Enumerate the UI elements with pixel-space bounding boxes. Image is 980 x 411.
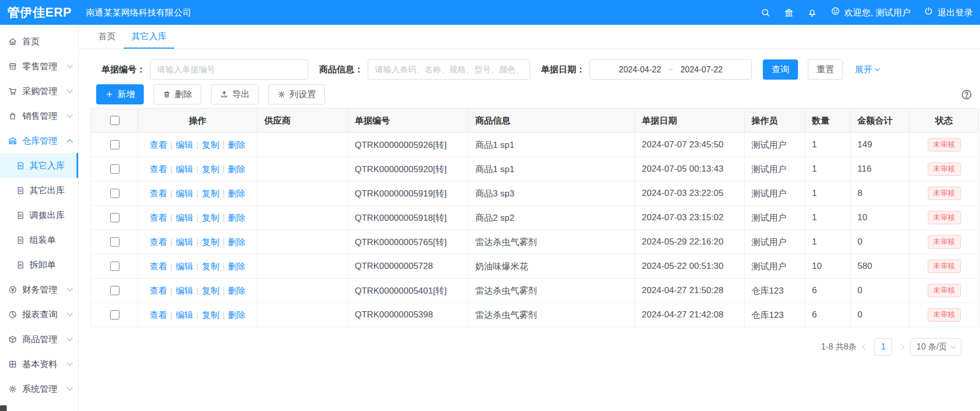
- tab-home[interactable]: 首页: [91, 25, 124, 49]
- logout-button[interactable]: 退出登录: [923, 6, 973, 19]
- sidebar-collapse-handle[interactable]: [0, 405, 7, 411]
- copy-link[interactable]: 复制: [202, 237, 219, 247]
- row-checkbox[interactable]: [110, 286, 119, 295]
- view-link[interactable]: 查看: [149, 213, 167, 223]
- column-settings-button[interactable]: 列设置: [268, 84, 325, 104]
- copy-link[interactable]: 复制: [202, 310, 219, 320]
- view-link[interactable]: 查看: [149, 189, 167, 199]
- reset-button[interactable]: 重置: [808, 59, 843, 80]
- cell-doc-date: 2024-04-27 21:50:28: [635, 279, 745, 303]
- doc-date-label: 单据日期：: [541, 64, 585, 75]
- pagination: 1-8 共8条 1 10 条/页: [79, 338, 980, 356]
- sidebar-item-disassembly[interactable]: 拆卸单: [0, 252, 78, 277]
- view-link[interactable]: 查看: [149, 140, 167, 150]
- search-button[interactable]: 查询: [763, 59, 798, 80]
- copy-link[interactable]: 复制: [202, 213, 219, 223]
- sidebar-label: 首页: [22, 36, 40, 48]
- date-separator: ~: [668, 65, 673, 74]
- date-range-picker[interactable]: 2024-04-22 ~ 2024-07-22: [590, 59, 752, 80]
- edit-link[interactable]: 编辑: [176, 262, 193, 271]
- delete-link[interactable]: 删除: [228, 213, 246, 223]
- document-icon: [16, 210, 25, 220]
- delete-link[interactable]: 删除: [228, 286, 246, 296]
- cell-operator: 测试用户: [745, 206, 805, 230]
- copy-link[interactable]: 复制: [202, 189, 219, 199]
- export-button[interactable]: 导出: [211, 84, 259, 104]
- edit-link[interactable]: 编辑: [176, 189, 193, 199]
- sidebar-item-other-inbound[interactable]: 其它入库: [0, 153, 78, 178]
- edit-link[interactable]: 编辑: [176, 164, 193, 174]
- cell-doc-no: QTRK00000005398: [348, 303, 469, 327]
- doc-no-input[interactable]: [150, 59, 308, 80]
- copy-link[interactable]: 复制: [202, 262, 219, 271]
- expand-link[interactable]: 展开: [855, 64, 879, 75]
- bank-icon[interactable]: [783, 7, 794, 18]
- sidebar-item-finance[interactable]: 财务管理: [0, 277, 78, 302]
- bell-icon[interactable]: [807, 7, 818, 18]
- product-info-input[interactable]: [368, 59, 530, 80]
- sidebar-item-transfer-outbound[interactable]: 调拨出库: [0, 203, 78, 227]
- add-button[interactable]: 新增: [96, 84, 144, 104]
- row-checkbox[interactable]: [110, 213, 119, 222]
- edit-link[interactable]: 编辑: [176, 140, 193, 150]
- sidebar-item-purchase[interactable]: 采购管理: [0, 79, 78, 103]
- select-all-checkbox[interactable]: [110, 116, 119, 125]
- sidebar-item-retail[interactable]: 零售管理: [0, 54, 78, 79]
- sidebar-item-system[interactable]: 系统管理: [0, 376, 78, 401]
- prev-page-button[interactable]: [862, 344, 869, 351]
- edit-link[interactable]: 编辑: [176, 310, 193, 320]
- next-page-button[interactable]: [898, 344, 904, 351]
- cell-supplier: [258, 254, 348, 279]
- delete-link[interactable]: 删除: [228, 140, 246, 150]
- view-link[interactable]: 查看: [149, 164, 167, 174]
- delete-link[interactable]: 删除: [228, 164, 246, 174]
- help-button[interactable]: [960, 88, 973, 101]
- row-checkbox[interactable]: [110, 237, 119, 247]
- view-link[interactable]: 查看: [149, 262, 167, 271]
- sidebar-item-reports[interactable]: 报表查询: [0, 302, 78, 327]
- sidebar-item-home[interactable]: 首页: [0, 29, 78, 54]
- row-checkbox[interactable]: [110, 262, 119, 271]
- sidebar-item-warehouse[interactable]: 仓库管理: [0, 128, 78, 153]
- copy-link[interactable]: 复制: [202, 140, 219, 150]
- row-checkbox[interactable]: [110, 310, 119, 319]
- delete-link[interactable]: 删除: [228, 189, 246, 199]
- delete-link[interactable]: 删除: [228, 237, 246, 247]
- row-checkbox[interactable]: [110, 189, 119, 198]
- sidebar-item-assembly[interactable]: 组装单: [0, 227, 78, 252]
- date-from-value[interactable]: 2024-04-22: [619, 65, 661, 74]
- delete-link[interactable]: 删除: [228, 310, 246, 320]
- product-icon: [8, 334, 18, 344]
- col-product-info: 商品信息: [469, 109, 635, 133]
- cell-product-info: 商品3 sp3: [469, 181, 635, 206]
- col-status: 状态: [910, 109, 979, 133]
- row-checkbox[interactable]: [110, 164, 119, 174]
- delete-button[interactable]: 删除: [154, 84, 201, 104]
- view-link[interactable]: 查看: [149, 310, 167, 320]
- copy-link[interactable]: 复制: [202, 164, 219, 174]
- copy-link[interactable]: 复制: [202, 286, 219, 296]
- cell-doc-no: QTRK00000005926[转]: [348, 133, 469, 157]
- sidebar-item-basic-data[interactable]: 基本资料: [0, 352, 78, 376]
- welcome-user[interactable]: 欢迎您, 测试用户: [830, 6, 911, 19]
- date-to-value[interactable]: 2024-07-22: [681, 65, 723, 74]
- page-number-button[interactable]: 1: [875, 338, 892, 356]
- page-size-select[interactable]: 10 条/页: [910, 338, 961, 356]
- view-link[interactable]: 查看: [149, 237, 167, 247]
- edit-link[interactable]: 编辑: [176, 286, 193, 296]
- tab-other-inbound[interactable]: 其它入库: [124, 25, 174, 49]
- sidebar-item-products[interactable]: 商品管理: [0, 327, 78, 352]
- status-badge: 未审核: [928, 260, 961, 273]
- view-link[interactable]: 查看: [149, 286, 167, 296]
- cell-supplier: [258, 181, 348, 206]
- row-checkbox[interactable]: [110, 140, 119, 149]
- search-icon[interactable]: [760, 7, 771, 18]
- sidebar-item-other-outbound[interactable]: 其它出库: [0, 178, 78, 203]
- chevron-down-icon: [67, 385, 72, 390]
- delete-link[interactable]: 删除: [228, 262, 246, 271]
- cell-quantity: 1: [805, 157, 851, 181]
- sidebar-item-sales[interactable]: 销售管理: [0, 103, 78, 128]
- col-operations: 操作: [138, 109, 258, 133]
- edit-link[interactable]: 编辑: [176, 237, 193, 247]
- edit-link[interactable]: 编辑: [176, 213, 193, 223]
